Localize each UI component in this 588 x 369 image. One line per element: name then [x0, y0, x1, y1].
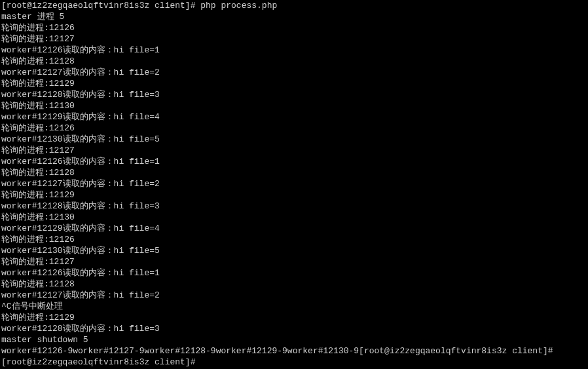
terminal-line: 轮询的进程:12127 — [1, 146, 75, 155]
terminal-line: worker#12128读取的内容：hi file=3 — [1, 201, 160, 211]
terminal-line: worker#12127读取的内容：hi file=2 — [1, 290, 160, 300]
terminal-line: 轮询的进程:12127 — [1, 257, 75, 267]
terminal-line: worker#12127读取的内容：hi file=2 — [1, 179, 160, 189]
terminal-line: 轮询的进程:12126 — [1, 123, 75, 133]
terminal-line: 轮询的进程:12130 — [1, 212, 75, 222]
terminal-line: 轮询的进程:12127 — [1, 34, 75, 44]
terminal-line: ^C信号中断处理 — [1, 301, 63, 311]
terminal-line: worker#12130读取的内容：hi file=5 — [1, 134, 160, 144]
terminal-line: worker#12129读取的内容：hi file=4 — [1, 112, 160, 122]
terminal-line: 轮询的进程:12128 — [1, 56, 75, 66]
terminal-line: worker#12126-9worker#12127-9worker#12128… — [1, 346, 553, 356]
terminal-line: worker#12128读取的内容：hi file=3 — [1, 324, 160, 334]
terminal-line: worker#12130读取的内容：hi file=5 — [1, 246, 160, 256]
terminal-line: 轮询的进程:12128 — [1, 168, 75, 178]
terminal-line: [root@iz2zegqaeolqftvinr8is3z client]# p… — [1, 1, 277, 10]
terminal-line: worker#12126读取的内容：hi file=1 — [1, 268, 160, 278]
terminal-line: 轮询的进程:12130 — [1, 101, 75, 111]
terminal-line: worker#12129读取的内容：hi file=4 — [1, 223, 160, 233]
terminal-line: 轮询的进程:12126 — [1, 23, 75, 33]
terminal-line: worker#12126读取的内容：hi file=1 — [1, 157, 160, 166]
terminal-line: worker#12127读取的内容：hi file=2 — [1, 68, 160, 77]
terminal-line: 轮询的进程:12129 — [1, 79, 75, 88]
terminal-line: master 进程 5 — [1, 12, 64, 22]
terminal-line: worker#12126读取的内容：hi file=1 — [1, 45, 160, 55]
terminal-line: 轮询的进程:12126 — [1, 235, 75, 244]
terminal-line: [root@iz2zegqaeolqftvinr8is3z client]# — [1, 357, 195, 367]
terminal-line: 轮询的进程:12128 — [1, 279, 75, 289]
terminal-line: 轮询的进程:12129 — [1, 313, 75, 322]
terminal-output[interactable]: [root@iz2zegqaeolqftvinr8is3z client]# p… — [0, 0, 588, 369]
terminal-line: worker#12128读取的内容：hi file=3 — [1, 90, 160, 100]
terminal-line: 轮询的进程:12129 — [1, 190, 75, 200]
terminal-line: master shutdown 5 — [1, 335, 88, 345]
